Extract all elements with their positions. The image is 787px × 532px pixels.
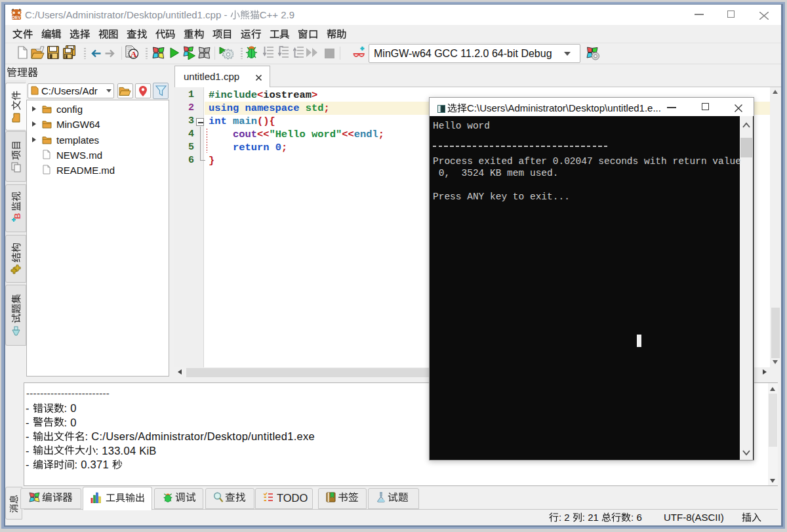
svg-text:B: B [12, 214, 21, 220]
svg-text:DEV: DEV [12, 15, 21, 20]
svg-text:A: A [131, 49, 137, 59]
